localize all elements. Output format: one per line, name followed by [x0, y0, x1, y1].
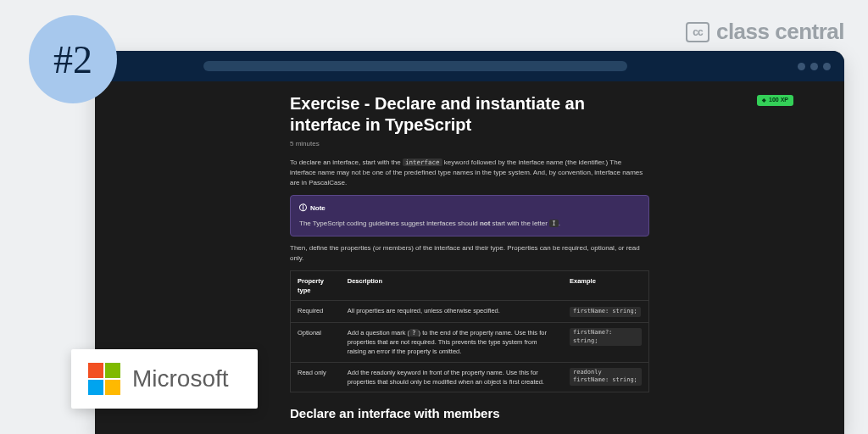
note-title: Note	[299, 203, 640, 214]
window-dot	[798, 63, 805, 70]
page-title: Exercise - Declare and instantiate an in…	[290, 93, 629, 136]
duration-label: 5 minutes	[290, 139, 649, 149]
window-dot	[823, 63, 831, 70]
th-property-type: Property type	[291, 270, 341, 301]
note-pre: The TypeScript coding guidelines suggest…	[299, 220, 480, 227]
properties-table: Property type Description Example Requir…	[290, 270, 649, 393]
desc-pre: Add the readonly keyword in front of the…	[348, 369, 544, 386]
microsoft-logo-icon	[88, 363, 120, 395]
note-code: I	[549, 220, 559, 227]
example-code: firstName?: string;	[570, 328, 642, 347]
url-bar[interactable]	[203, 61, 627, 71]
provider-card: Microsoft	[71, 349, 258, 409]
intro-code: interface	[403, 159, 442, 166]
cc-label: class central	[716, 19, 844, 45]
browser-titlebar	[95, 51, 844, 81]
class-central-logo: cc class central	[686, 19, 844, 45]
note-callout: Note The TypeScript coding guidelines su…	[290, 195, 649, 236]
cell-example: firstName?: string;	[563, 322, 649, 362]
table-header-row: Property type Description Example	[291, 270, 649, 301]
note-body: The TypeScript coding guidelines suggest…	[299, 219, 640, 229]
xp-badge: 100 XP	[757, 95, 793, 106]
cell-example: readonly firstName: string;	[563, 362, 649, 392]
intro-paragraph: To declare an interface, start with the …	[290, 158, 649, 188]
intro-pre: To declare an interface, start with the	[290, 159, 403, 166]
table-row: Required All properties are required, un…	[291, 301, 649, 323]
desc-pre: Add a question mark (	[348, 329, 409, 337]
desc-code: ?	[409, 329, 419, 337]
rank-text: #2	[53, 37, 92, 82]
cell-type: Read only	[291, 362, 341, 392]
cell-example: firstName: string;	[563, 301, 649, 323]
window-dot	[810, 63, 818, 70]
cell-type: Required	[291, 301, 341, 323]
example-code: firstName: string;	[570, 307, 641, 317]
th-description: Description	[341, 270, 563, 301]
section-heading: Declare an interface with members	[290, 404, 649, 424]
th-example: Example	[563, 270, 649, 301]
after-note-paragraph: Then, define the properties (or members)…	[290, 243, 649, 264]
xp-value: 100 XP	[769, 96, 788, 105]
rank-badge: #2	[29, 15, 117, 103]
cc-icon: cc	[686, 22, 709, 42]
desc-pre: All properties are required, unless othe…	[348, 307, 500, 314]
note-bold: not	[480, 220, 490, 227]
window-controls	[798, 63, 831, 70]
cell-type: Optional	[291, 322, 341, 362]
cell-desc: Add the readonly keyword in front of the…	[341, 362, 563, 392]
cell-desc: All properties are required, unless othe…	[341, 301, 563, 323]
provider-name: Microsoft	[132, 365, 229, 392]
note-post: .	[559, 220, 560, 227]
table-row: Read only Add the readonly keyword in fr…	[291, 362, 649, 392]
cell-desc: Add a question mark (?) to the end of th…	[341, 322, 563, 362]
note-mid: start with the letter	[490, 220, 549, 227]
example-code: readonly firstName: string;	[570, 368, 642, 387]
table-row: Optional Add a question mark (?) to the …	[291, 322, 649, 362]
